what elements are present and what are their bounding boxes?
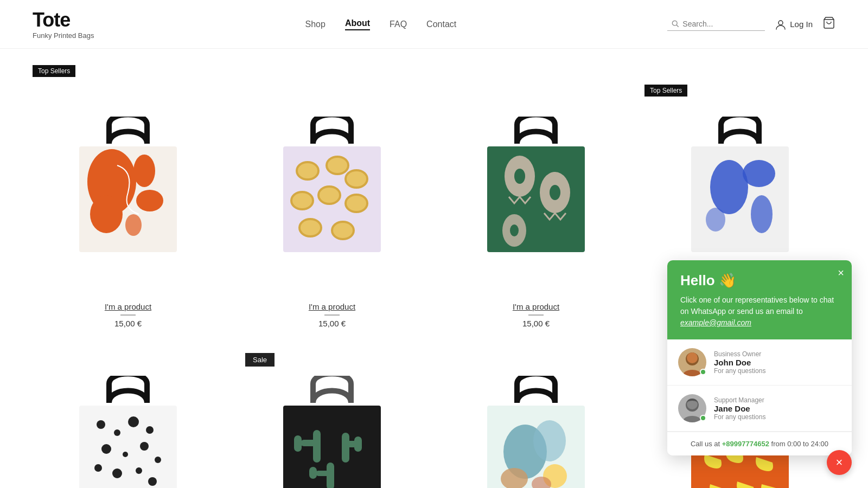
svg-point-38 [706, 208, 725, 232]
svg-point-51 [148, 477, 157, 486]
svg-point-22 [347, 196, 366, 211]
svg-rect-27 [487, 146, 585, 252]
svg-rect-58 [294, 435, 302, 452]
product-image-b1 [33, 344, 224, 488]
rep-name-jane: Jane Doe [714, 404, 765, 413]
svg-point-43 [146, 426, 154, 434]
header-right: Log In [667, 16, 835, 33]
chat-footer-text: Call us at [691, 440, 720, 448]
product-card-2[interactable]: I'm a product 15,00 € [237, 85, 427, 328]
nav-shop[interactable]: Shop [305, 20, 326, 29]
chat-description-text: Click one of our representatives below t… [680, 296, 834, 316]
svg-point-14 [328, 158, 347, 173]
chat-widget: Hello 👋 Click one of our representatives… [667, 260, 852, 455]
rep-info-john: Business Owner John Doe For any question… [714, 350, 765, 375]
login-button[interactable]: Log In [775, 18, 813, 30]
svg-point-2 [778, 21, 783, 25]
chat-fab-button[interactable]: × [827, 450, 852, 475]
svg-point-49 [112, 468, 122, 478]
logo-area: Tote Funky Printed Bags [33, 9, 94, 40]
chat-footer: Call us at +89997774652 from 0:00 to 24:… [667, 432, 852, 455]
product-card-3[interactable]: I'm a product 15,00 € [441, 85, 631, 328]
product-card-b2[interactable]: Sale [237, 344, 427, 488]
search-icon [672, 20, 679, 28]
svg-point-48 [94, 464, 102, 472]
bag-green [471, 117, 601, 263]
product-image-1 [33, 85, 224, 294]
product-divider-3 [528, 314, 544, 316]
svg-rect-63 [316, 471, 332, 476]
bag-lavender [267, 117, 397, 263]
online-dot-jane [700, 415, 706, 421]
svg-line-1 [676, 25, 678, 27]
svg-point-44 [101, 444, 111, 454]
svg-point-36 [743, 160, 775, 187]
svg-rect-39 [79, 406, 177, 488]
svg-point-47 [155, 457, 161, 463]
cart-button[interactable] [822, 16, 835, 33]
rep-info-jane: Support Manager Jane Doe For any questio… [714, 396, 765, 421]
product-image-b3 [441, 344, 631, 488]
product-price-1: 15,00 € [114, 319, 142, 328]
chat-hours: from 0:00 to 24:00 [771, 440, 829, 448]
product-card-1[interactable]: I'm a product 15,00 € [33, 85, 224, 328]
svg-point-37 [751, 195, 773, 233]
product-price-3: 15,00 € [522, 319, 550, 328]
rep-note-jane: For any questions [714, 413, 765, 421]
svg-point-42 [128, 416, 139, 427]
search-input[interactable] [682, 20, 761, 28]
chat-header: Hello 👋 Click one of our representatives… [667, 260, 852, 339]
svg-point-26 [333, 223, 353, 238]
svg-point-9 [125, 214, 142, 236]
bag-cactus [267, 376, 397, 488]
svg-point-40 [97, 420, 105, 429]
product-name-3: I'm a product [513, 302, 559, 311]
chat-rep-business[interactable]: Business Owner John Doe For any question… [667, 339, 852, 386]
svg-point-35 [710, 160, 748, 214]
cart-icon [822, 16, 835, 29]
svg-rect-57 [301, 440, 320, 446]
user-icon [775, 18, 787, 30]
product-card-b3[interactable] [441, 344, 631, 488]
rep-note-john: For any questions [714, 367, 765, 375]
sale-badge: Sale [245, 353, 275, 367]
bag-teal [471, 376, 601, 488]
svg-point-46 [140, 442, 149, 451]
chat-email-link[interactable]: example@gmail.com [680, 318, 751, 327]
chat-reps: Business Owner John Doe For any question… [667, 339, 852, 432]
svg-point-8 [136, 190, 163, 211]
svg-point-16 [347, 171, 366, 187]
search-bar[interactable] [667, 17, 765, 31]
product-name-1: I'm a product [105, 302, 151, 311]
rep-name-john: John Doe [714, 358, 765, 367]
product-card-b1[interactable] [33, 344, 224, 488]
svg-point-31 [550, 185, 560, 200]
chat-close-button[interactable]: × [838, 267, 844, 279]
svg-rect-61 [354, 436, 362, 452]
svg-point-67 [533, 420, 566, 461]
top-sellers-badge: Top Sellers [33, 65, 75, 77]
svg-rect-59 [342, 433, 349, 463]
svg-point-29 [514, 169, 525, 184]
nav-contact[interactable]: Contact [426, 20, 456, 29]
rep-role-john: Business Owner [714, 350, 765, 358]
bag-spots [63, 376, 193, 488]
svg-point-73 [687, 352, 698, 363]
bag-white-blue [675, 117, 805, 263]
svg-point-18 [292, 193, 312, 208]
svg-point-41 [114, 429, 120, 436]
svg-point-24 [301, 220, 320, 235]
rep-role-jane: Support Manager [714, 396, 765, 404]
nav-about[interactable]: About [345, 18, 370, 30]
svg-point-7 [133, 155, 155, 187]
chat-phone[interactable]: +89997774652 [722, 440, 769, 448]
nav-faq[interactable]: FAQ [390, 20, 407, 29]
chat-description: Click one of our representatives below t… [680, 294, 839, 329]
main-nav: Shop About FAQ Contact [305, 18, 457, 30]
logo-title: Tote [33, 9, 94, 31]
header: Tote Funky Printed Bags Shop About FAQ C… [0, 0, 868, 49]
login-label: Log In [790, 20, 813, 29]
rep-avatar-john [678, 348, 706, 376]
chat-rep-support[interactable]: Support Manager Jane Doe For any questio… [667, 386, 852, 432]
rep-avatar-jane [678, 394, 706, 422]
